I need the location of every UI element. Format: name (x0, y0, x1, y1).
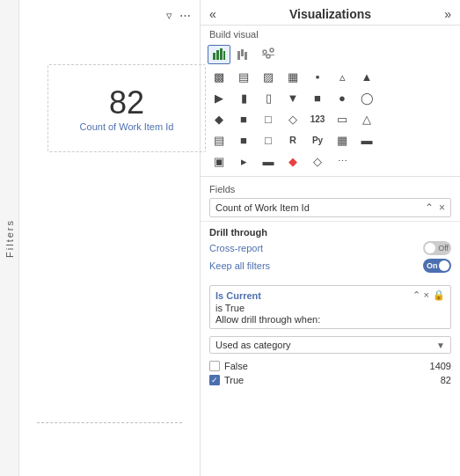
100pct-col-icon[interactable]: ▪ (306, 67, 329, 86)
ribbon-icon[interactable]: ▮ (232, 88, 255, 107)
trophy-icon[interactable]: ▸ (232, 151, 255, 171)
filter-expand-icon[interactable]: ⌃ (413, 289, 420, 301)
checkbox-false[interactable] (209, 361, 220, 371)
card-icon[interactable]: ▭ (331, 109, 354, 128)
stacked-bar-icon[interactable]: ▩ (208, 67, 230, 86)
svg-point-8 (263, 50, 267, 54)
filled-map-icon[interactable]: ■ (232, 109, 255, 128)
cross-report-toggle[interactable]: Off (423, 241, 451, 255)
azure-icon[interactable]: ◆ (281, 151, 304, 171)
checkbox-true-left: ✓ True (209, 375, 244, 385)
line-col-icon[interactable]: ▶ (208, 88, 230, 107)
checkbox-false-count: 1409 (430, 361, 451, 371)
filter-close-icon[interactable]: × (424, 289, 429, 301)
checkbox-true-count: 82 (441, 375, 451, 385)
chart-icons-primary-row (208, 45, 453, 64)
waterfall-icon[interactable] (232, 45, 255, 64)
keep-filters-row: Keep all filters On (209, 259, 451, 273)
chart-type-section: ▩ ▤ ▨ ▦ ▪ ▵ ▲ ▶ ▮ ▯ ▼ ■ ● ◯ ◆ ■ □ ◇ 123 … (201, 41, 460, 177)
filter-box-title: Is Current (215, 290, 261, 301)
table2-icon[interactable]: □ (257, 130, 280, 150)
column-chart-icon[interactable] (257, 45, 280, 64)
filter-condition-text: is True (215, 303, 445, 313)
more-options-icon[interactable]: ⋯ (179, 9, 191, 22)
svg-point-10 (270, 48, 274, 52)
gauge-icon[interactable]: 123 (306, 109, 329, 128)
chart-icons-row-1: ▩ ▤ ▨ ▦ ▪ ▵ ▲ (208, 67, 453, 86)
fields-section: Fields Count of Work Item Id ⌃ × (201, 177, 460, 221)
waterfall2-icon[interactable]: ▯ (257, 88, 280, 107)
shape-icon[interactable]: ▣ (208, 151, 230, 171)
right-panel: « Visualizations » Build visual ▩ ▤ ▨ ▦ … (201, 0, 460, 476)
field-chip-text: Count of Work Item Id (215, 202, 310, 213)
is-current-filter-box: Is Current ⌃ × 🔒 is True Allow drill thr… (209, 285, 451, 329)
donut-icon[interactable]: ◯ (355, 88, 378, 107)
keep-filters-toggle-text: On (427, 261, 438, 270)
drill-through-title: Drill through (209, 227, 451, 238)
py-visual-icon[interactable]: Py (306, 130, 329, 150)
card-value: 82 (109, 84, 144, 121)
keep-filters-toggle[interactable]: On (423, 259, 451, 273)
chart-icons-row-2: ▶ ▮ ▯ ▼ ■ ● ◯ (208, 88, 453, 107)
checkbox-true[interactable]: ✓ (209, 375, 220, 385)
filter-lock-icon[interactable]: 🔒 (433, 289, 445, 301)
left-arrow[interactable]: « (209, 7, 216, 21)
bar-chart-icon[interactable] (208, 45, 230, 64)
smart-icon[interactable]: ◇ (306, 151, 329, 171)
qna-icon[interactable]: ▬ (355, 130, 378, 150)
used-as-category-dropdown[interactable]: Used as category ▼ (209, 336, 451, 354)
checkbox-false-label: False (224, 361, 248, 371)
right-arrow[interactable]: » (444, 7, 451, 21)
chart-icons-row-5: ▣ ▸ ▬ ◆ ◇ ⋯ (208, 151, 453, 171)
chart-icons-row-3: ◆ ■ □ ◇ 123 ▭ △ (208, 109, 453, 128)
cross-report-toggle-text: Off (438, 244, 449, 253)
ai-visual-icon[interactable]: ▦ (331, 130, 354, 150)
chart-icons-row-4: ▤ ■ □ R Py ▦ ▬ (208, 130, 453, 150)
line-icon[interactable]: ▵ (331, 67, 354, 86)
fields-label: Fields (209, 184, 451, 194)
svg-rect-4 (237, 51, 240, 60)
filter-box-actions: ⌃ × 🔒 (413, 289, 445, 301)
filters-label: Filters (4, 219, 15, 258)
svg-rect-2 (220, 48, 223, 60)
drill-through-section: Drill through Cross-report Off Keep all … (201, 221, 460, 282)
scatter-icon[interactable]: ■ (306, 88, 329, 107)
viz-panel-title: Visualizations (289, 7, 371, 21)
funnel-icon[interactable]: ▼ (281, 88, 304, 107)
card-label: Count of Work Item Id (80, 121, 174, 132)
checkbox-row-true: ✓ True 82 (209, 373, 451, 387)
100pct-bar-icon[interactable]: ▦ (281, 67, 304, 86)
area-icon[interactable]: ▲ (355, 67, 378, 86)
stacked-col-icon[interactable]: ▨ (257, 67, 280, 86)
filter-icon[interactable]: ▿ (166, 9, 172, 22)
dropdown-chevron-icon: ▼ (436, 341, 445, 350)
more-visuals-icon[interactable]: ⋯ (331, 151, 354, 171)
table-icon[interactable]: ▤ (208, 130, 230, 150)
map-icon[interactable]: ◆ (208, 109, 230, 128)
kpi-icon[interactable]: △ (355, 109, 378, 128)
checkbox-row-false: False 1409 (209, 359, 451, 373)
svg-rect-1 (216, 50, 219, 60)
filter-box-header: Is Current ⌃ × 🔒 (215, 289, 445, 301)
keep-filters-label: Keep all filters (209, 260, 270, 271)
pie-icon[interactable]: ● (331, 88, 354, 107)
field-expand-icon[interactable]: ⌃ (425, 201, 434, 214)
cross-report-row: Cross-report Off (209, 241, 451, 255)
field-remove-icon[interactable]: × (439, 201, 445, 214)
clustered-bar-icon[interactable]: ▤ (232, 67, 255, 86)
treemap-icon[interactable]: □ (257, 109, 280, 128)
svg-rect-3 (223, 51, 225, 60)
viz-header: « Visualizations » (201, 0, 460, 26)
checkbox-list: False 1409 ✓ True 82 (201, 357, 460, 389)
metric-card: 82 Count of Work Item Id (47, 64, 206, 152)
decomp-icon[interactable]: ◇ (281, 109, 304, 128)
paginated-icon[interactable]: ▬ (257, 151, 280, 171)
matrix-icon[interactable]: ■ (232, 130, 255, 150)
svg-rect-0 (213, 53, 215, 60)
svg-rect-6 (245, 52, 247, 60)
checkbox-true-label: True (224, 375, 244, 385)
filter-allow-text: Allow drill through when: (215, 314, 445, 325)
r-visual-icon[interactable]: R (281, 130, 304, 150)
filters-sidebar: Filters (0, 0, 19, 476)
field-chip[interactable]: Count of Work Item Id ⌃ × (209, 198, 451, 217)
